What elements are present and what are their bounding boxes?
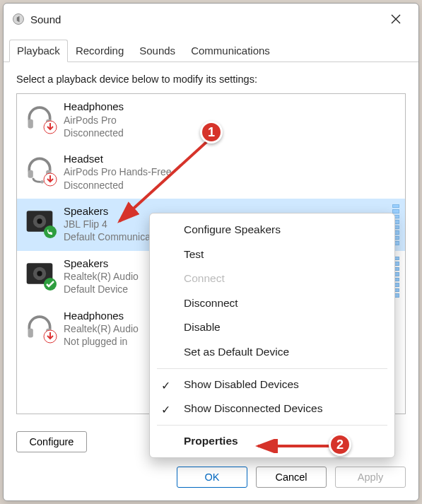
instruction-text: Select a playback device below to modify…	[16, 74, 406, 85]
ctx-label: Show Disabled Devices	[184, 378, 299, 390]
headset-icon	[24, 153, 55, 184]
disconnected-badge-icon	[43, 120, 57, 134]
device-state: Disconnected	[64, 127, 124, 139]
device-state: Disconnected	[64, 179, 172, 192]
disconnected-badge-icon	[43, 172, 57, 187]
check-icon: ✓	[161, 403, 170, 416]
headphones-icon	[24, 310, 55, 341]
default-comm-badge-icon	[43, 225, 57, 239]
device-name: Speakers	[64, 257, 139, 271]
device-name: Headphones	[64, 100, 124, 114]
tab-strip: Playback Recording Sounds Communications	[4, 39, 418, 62]
cancel-button[interactable]: Cancel	[256, 467, 327, 488]
default-badge-icon	[43, 277, 57, 291]
device-subtitle: Realtek(R) Audio	[64, 322, 139, 335]
ctx-separator	[157, 368, 387, 369]
tab-recording[interactable]: Recording	[68, 40, 131, 62]
headphones-icon	[24, 101, 55, 132]
ctx-disconnect[interactable]: Disconnect	[150, 291, 394, 316]
ctx-disable[interactable]: Disable	[150, 315, 394, 340]
window-title: Sound	[30, 13, 61, 25]
device-state: Not plugged in	[64, 335, 139, 348]
ctx-connect: Connect	[150, 266, 394, 291]
sound-icon	[12, 13, 25, 25]
tab-playback[interactable]: Playback	[9, 40, 68, 62]
device-row[interactable]: Headset AirPods Pro Hands-Free Disconnec…	[17, 146, 405, 199]
ctx-label: Show Disconnected Devices	[184, 402, 322, 414]
svg-point-14	[37, 271, 42, 276]
ctx-show-disconnected[interactable]: ✓ Show Disconnected Devices	[150, 397, 394, 421]
device-row[interactable]: Headphones AirPods Pro Disconnected	[17, 94, 405, 146]
titlebar: Sound	[4, 4, 418, 35]
close-button[interactable]	[382, 9, 410, 29]
context-menu: Configure Speakers Test Connect Disconne…	[149, 213, 395, 458]
device-subtitle: Realtek(R) Audio	[64, 270, 139, 283]
ctx-configure-speakers[interactable]: Configure Speakers	[150, 218, 394, 242]
configure-button[interactable]: Configure	[16, 431, 87, 452]
dialog-footer: OK Cancel Apply	[4, 452, 418, 500]
svg-rect-4	[28, 170, 33, 178]
tab-sounds[interactable]: Sounds	[131, 40, 183, 62]
device-name: Headset	[64, 152, 172, 166]
sound-dialog: Sound Playback Recording Sounds Communic…	[3, 3, 419, 501]
ctx-set-default[interactable]: Set as Default Device	[150, 340, 394, 365]
device-subtitle: AirPods Pro	[64, 114, 124, 127]
ctx-separator	[157, 425, 387, 426]
svg-rect-1	[28, 119, 33, 129]
check-icon: ✓	[161, 379, 170, 392]
ctx-properties[interactable]: Properties	[150, 429, 394, 454]
tab-communications[interactable]: Communications	[183, 40, 278, 62]
speaker-icon	[24, 258, 55, 289]
svg-rect-16	[28, 328, 33, 337]
device-state: Default Device	[64, 283, 139, 295]
apply-button[interactable]: Apply	[335, 467, 406, 488]
ctx-test[interactable]: Test	[150, 242, 394, 267]
unplugged-badge-icon	[43, 329, 57, 344]
ok-button[interactable]: OK	[177, 467, 247, 488]
device-subtitle: AirPods Pro Hands-Free	[64, 165, 172, 178]
speaker-icon	[24, 206, 55, 237]
svg-point-10	[37, 218, 42, 223]
device-name: Headphones	[64, 309, 139, 323]
ctx-show-disabled[interactable]: ✓ Show Disabled Devices	[150, 373, 394, 397]
